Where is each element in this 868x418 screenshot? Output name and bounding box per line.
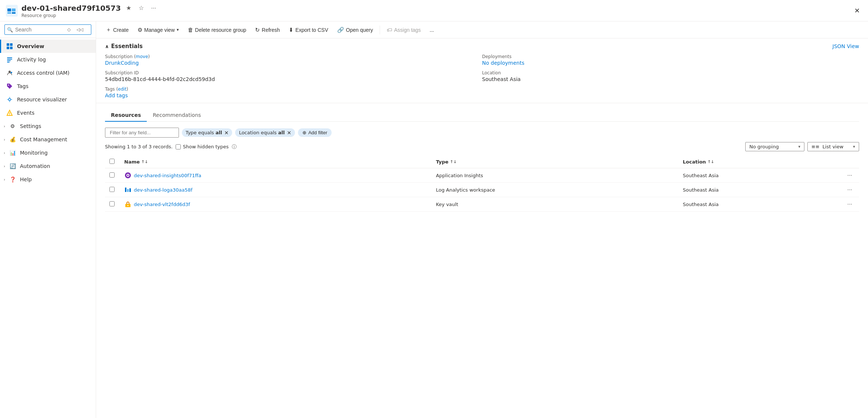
row3-name-link[interactable]: dev-shared-vlt2fdd6d3f [124,200,427,208]
name-column-header[interactable]: Name ↑↓ [120,156,431,168]
favorite-outline-icon[interactable]: ☆ [136,3,146,13]
row3-more-button[interactable]: ··· [845,200,854,208]
more-options-icon[interactable]: ··· [149,3,158,13]
monitoring-icon: 📊 [9,149,16,156]
tags-edit-link[interactable]: edit [118,87,126,92]
filter-icon[interactable]: ◇ [65,26,73,34]
add-tags-link[interactable]: Add tags [105,92,482,98]
collapse-chevron-icon[interactable]: ∧ [105,44,109,49]
sidebar-item-settings[interactable]: › ⚙ Settings [0,119,96,133]
list-view-select[interactable]: ≡≡ List view ▾ [807,142,859,151]
tab-recommendations[interactable]: Recommendations [147,109,207,122]
assign-tags-button[interactable]: 🏷 Assign tags [383,25,424,35]
main-content: ＋ Create ⚙ Manage view ▾ 🗑 Delete resour… [96,21,868,418]
show-hidden-label[interactable]: Show hidden types [176,144,229,149]
info-icon[interactable]: ⓘ [232,144,237,150]
type-header-label: Type [436,159,448,165]
sidebar-item-activity-log[interactable]: Activity log [0,53,96,66]
sidebar-item-iam[interactable]: Access control (IAM) [0,66,96,80]
deployments-value-link[interactable]: No deployments [482,60,859,66]
svg-point-23 [9,114,10,115]
location-label: Location [482,70,859,75]
top-bar: dev-01-shared79f10573 ★ ☆ ··· Resource g… [0,0,868,21]
sidebar-item-events[interactable]: Events [0,106,96,119]
row3-name-text: dev-shared-vlt2fdd6d3f [134,202,190,207]
overview-icon [6,43,13,50]
manage-view-label: Manage view [144,27,175,33]
grouping-select[interactable]: No grouping ▾ [745,142,804,151]
row1-name-link[interactable]: dev-shared-insights00f71ffa [124,172,427,179]
search-actions: ◇ ◁◁ [65,26,85,34]
row1-more-button[interactable]: ··· [845,171,854,179]
subscription-label: Subscription (move) [105,54,482,59]
type-sort[interactable]: Type ↑↓ [436,159,674,165]
sidebar-item-label: Events [17,110,34,116]
tag-icon: 🏷 [387,27,392,33]
collapse-icon[interactable]: ◁◁ [74,26,85,34]
sidebar-item-label: Access control (IAM) [17,70,69,76]
sidebar-item-label: Cost Management [20,136,67,142]
table-row: dev-shared-vlt2fdd6d3f Key vault Southea… [105,197,859,212]
gear-icon: ⚙ [138,27,142,33]
subscription-move-link[interactable]: move [136,54,148,59]
show-hidden-checkbox[interactable] [176,144,181,149]
favorite-filled-icon[interactable]: ★ [124,3,133,13]
type-filter-close[interactable]: ✕ [224,130,229,135]
essentials-header: ∧ Essentials JSON View [105,43,859,50]
open-query-button[interactable]: 🔗 Open query [333,25,377,35]
type-column-header[interactable]: Type ↑↓ [431,156,678,168]
location-column-header[interactable]: Location ↑↓ [678,156,841,168]
tab-resources[interactable]: Resources [105,109,147,122]
sidebar-nav: Overview Activity log Access control (IA… [0,38,96,418]
location-sort[interactable]: Location ↑↓ [683,159,836,165]
list-view-label: List view [823,144,844,149]
grouping-label: No grouping [749,144,779,149]
activity-log-icon [6,56,13,63]
more-toolbar-button[interactable]: ... [426,25,438,35]
row1-location-cell: Southeast Asia [678,168,841,183]
sidebar-item-cost[interactable]: › 💰 Cost Management [0,133,96,146]
svg-rect-27 [125,188,126,192]
sidebar-item-overview[interactable]: Overview [0,40,96,53]
create-button[interactable]: ＋ Create [102,24,132,35]
sidebar-item-tags[interactable]: Tags [0,80,96,93]
page-subtitle: Resource group [21,13,852,18]
add-filter-button[interactable]: ⊕ Add filter [298,128,332,137]
close-button[interactable]: ✕ [852,5,862,16]
json-view-link[interactable]: JSON View [833,43,859,49]
sidebar-item-help[interactable]: › ❓ Help [0,173,96,186]
row2-name-link[interactable]: dev-shared-loga30aa58f [124,186,427,193]
svg-rect-7 [7,47,9,49]
filter-input[interactable] [105,128,179,138]
row3-checkbox[interactable] [109,201,115,206]
location-filter-close[interactable]: ✕ [287,130,291,135]
svg-rect-6 [10,43,13,46]
manage-view-button[interactable]: ⚙ Manage view ▾ [134,25,183,35]
cost-icon: 💰 [9,136,16,143]
name-sort[interactable]: Name ↑↓ [124,159,427,165]
subscription-value-link[interactable]: DrunkCoding [105,60,482,66]
row1-checkbox[interactable] [109,172,115,178]
svg-rect-2 [12,9,16,11]
chevron-icon: › [4,178,5,182]
essentials-grid: Subscription (move) DrunkCoding Subscrip… [105,54,859,98]
select-all-checkbox[interactable] [109,159,115,164]
title-text: dev-01-shared79f10573 [21,4,121,13]
sidebar-item-visualizer[interactable]: Resource visualizer [0,93,96,106]
row2-more-button[interactable]: ··· [845,186,854,194]
trash-icon: 🗑 [188,27,193,33]
refresh-button[interactable]: ↻ Refresh [251,25,284,35]
row1-name-cell: dev-shared-insights00f71ffa [120,168,431,183]
sidebar-item-label: Overview [17,43,44,49]
sidebar-item-automation[interactable]: › 🔄 Automation [0,159,96,173]
title-group: dev-01-shared79f10573 ★ ☆ ··· Resource g… [21,3,852,18]
sidebar-item-monitoring[interactable]: › 📊 Monitoring [0,146,96,159]
location-value: Southeast Asia [482,76,859,82]
row2-checkbox[interactable] [109,187,115,192]
essentials-right-col: Deployments No deployments Location Sout… [482,54,859,98]
delete-button[interactable]: 🗑 Delete resource group [184,25,250,35]
export-button[interactable]: ⬇ Export to CSV [285,25,332,35]
show-hidden-text: Show hidden types [183,144,229,149]
assign-tags-label: Assign tags [394,27,421,33]
grouping-chevron-icon: ▾ [798,144,800,149]
